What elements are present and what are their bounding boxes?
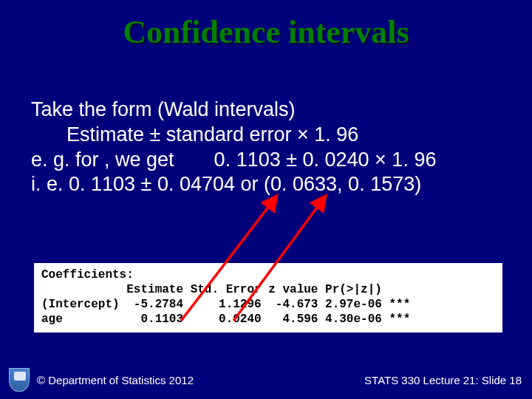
coefficients-box: Coefficients: Estimate Std. Error z valu… xyxy=(34,263,502,332)
dept-logo-icon xyxy=(9,368,30,392)
line-1: Take the form (Wald intervals) xyxy=(31,98,501,123)
line-3: e. g. for , we get0. 1103 ± 0. 0240 × 1.… xyxy=(31,148,501,173)
footer: © Department of Statistics 2012 STATS 33… xyxy=(0,365,532,399)
coef-header-row: Estimate Std. Error z value Pr(>|z|) xyxy=(41,283,382,296)
line-3a: e. g. for , we get xyxy=(31,149,174,171)
slide-number-text: STATS 330 Lecture 21: Slide 18 xyxy=(364,374,522,386)
line-2: Estimate ± standard error × 1. 96 xyxy=(31,123,501,148)
slide-title: Confidence intervals xyxy=(0,0,532,51)
callout-arrows xyxy=(0,0,532,399)
coef-heading: Coefficients: xyxy=(41,268,134,282)
line-4: i. e. 0. 1103 ± 0. 04704 or (0. 0633, 0.… xyxy=(31,172,501,197)
body-text: Take the form (Wald intervals) Estimate … xyxy=(31,98,501,197)
coef-row-intercept: (Intercept) -5.2784 1.1296 -4.673 2.97e-… xyxy=(41,298,410,311)
line-3b: 0. 1103 ± 0. 0240 × 1. 96 xyxy=(214,149,437,171)
copyright-text: © Department of Statistics 2012 xyxy=(37,374,194,386)
coef-row-age: age 0.1103 0.0240 4.596 4.30e-06 *** xyxy=(41,313,410,326)
